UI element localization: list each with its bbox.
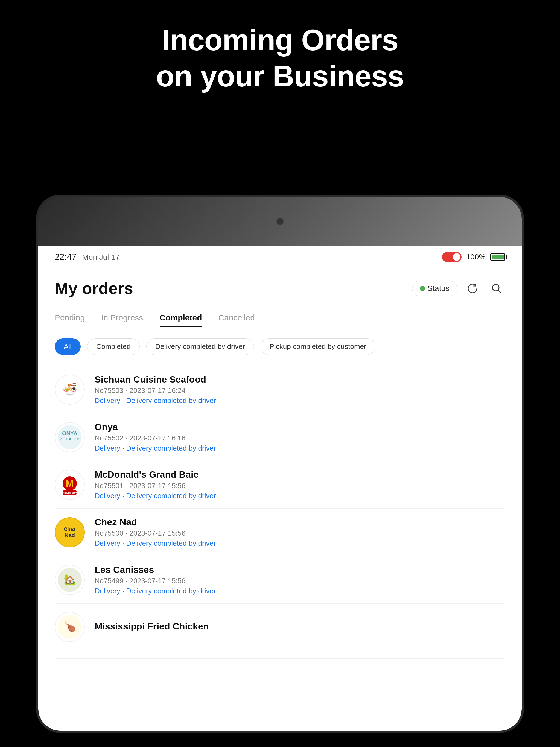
order-info-mcdonalds: McDonald's Grand Baie No75501 · 2023-07-…	[95, 469, 505, 500]
svg-text:M: M	[66, 478, 74, 489]
order-name: McDonald's Grand Baie	[95, 469, 505, 480]
order-name: Chez Nad	[95, 517, 505, 527]
order-info-lescanisses: Les Canisses No75499 · 2023-07-17 15:56 …	[95, 564, 505, 595]
order-name: Onya	[95, 422, 505, 432]
status-online-dot	[420, 286, 425, 291]
search-button[interactable]	[488, 280, 505, 297]
filter-all[interactable]: All	[55, 338, 81, 355]
order-meta: No75500 · 2023-07-17 15:56	[95, 529, 505, 538]
hero-title: Incoming Orders on your Business	[0, 22, 560, 94]
battery-fill	[492, 255, 504, 259]
order-name: Les Canisses	[95, 564, 505, 575]
order-meta: No75502 · 2023-07-17 16:16	[95, 434, 505, 442]
svg-text:McDelivery: McDelivery	[62, 491, 78, 494]
tab-cancelled[interactable]: Cancelled	[219, 309, 255, 327]
order-item[interactable]: 🏡 Les Canisses No75499 · 2023-07-17 15:5…	[55, 556, 505, 604]
order-name: Mississippi Fried Chicken	[95, 621, 505, 632]
order-meta: No75503 · 2023-07-17 16:24	[95, 386, 505, 395]
clock: 22:47	[55, 252, 77, 262]
header-row: My orders Status	[55, 279, 505, 298]
app-content: My orders Status	[38, 268, 522, 670]
order-logo-sichuan: 🍜	[55, 375, 85, 405]
battery-percentage: 100%	[466, 253, 486, 261]
tablet-frame: 22:47 Mon Jul 17 100% My orders Status	[38, 197, 522, 730]
svg-text:🏡: 🏡	[64, 573, 76, 585]
svg-text:ONYA: ONYA	[62, 430, 77, 436]
header-actions: Status	[412, 280, 505, 297]
tabs-row: Pending In Progress Completed Cancelled	[55, 309, 505, 327]
filter-delivery-completed[interactable]: Delivery completed by driver	[146, 338, 254, 355]
tab-completed[interactable]: Completed	[160, 309, 202, 327]
filter-pickup-completed[interactable]: Pickup completed by customer	[261, 338, 376, 355]
status-bar: 22:47 Mon Jul 17 100%	[38, 246, 522, 268]
order-name: Sichuan Cuisine Seafood	[95, 374, 505, 385]
order-logo-lescanisses: 🏡	[55, 565, 85, 595]
order-status: Delivery · Delivery completed by driver	[95, 492, 505, 500]
svg-text:SEAFOOD & BAR: SEAFOOD & BAR	[57, 437, 82, 441]
status-label: Status	[428, 284, 449, 293]
order-status: Delivery · Delivery completed by driver	[95, 539, 505, 548]
order-status: Delivery · Delivery completed by driver	[95, 396, 505, 405]
order-logo-mcdonalds: M McDelivery	[55, 470, 85, 500]
order-logo-onya: ONYA SEAFOOD & BAR	[55, 422, 85, 452]
order-logo-cheznad: Chez Nad	[55, 517, 85, 547]
order-info-mississippi: Mississippi Fried Chicken	[95, 621, 505, 633]
svg-text:🍜: 🍜	[62, 382, 77, 396]
status-right: 100%	[442, 252, 505, 262]
order-status: Delivery · Delivery completed by driver	[95, 444, 505, 453]
order-logo-mississippi: 🍗	[55, 612, 85, 642]
order-item[interactable]: Chez Nad Chez Nad No75500 · 2023-07-17 1…	[55, 509, 505, 556]
filter-row: All Completed Delivery completed by driv…	[55, 338, 505, 355]
order-info-sichuan: Sichuan Cuisine Seafood No75503 · 2023-0…	[95, 374, 505, 405]
tablet-screen: 22:47 Mon Jul 17 100% My orders Status	[38, 246, 522, 730]
filter-completed[interactable]: Completed	[87, 338, 140, 355]
order-item[interactable]: M McDelivery McDonald's Grand Baie No755…	[55, 461, 505, 509]
tab-pending[interactable]: Pending	[55, 309, 85, 327]
order-item[interactable]: 🍜 Sichuan Cuisine Seafood No75503 · 2023…	[55, 366, 505, 413]
status-time: 22:47 Mon Jul 17	[55, 252, 120, 262]
tab-in-progress[interactable]: In Progress	[101, 309, 143, 327]
order-item[interactable]: 🍗 Mississippi Fried Chicken	[55, 604, 505, 659]
order-info-onya: Onya No75502 · 2023-07-17 16:16 Delivery…	[95, 422, 505, 453]
order-item[interactable]: ONYA SEAFOOD & BAR Onya No75502 · 2023-0…	[55, 413, 505, 461]
order-info-cheznad: Chez Nad No75500 · 2023-07-17 15:56 Deli…	[95, 517, 505, 548]
svg-text:Chez: Chez	[64, 526, 75, 532]
date: Mon Jul 17	[82, 253, 120, 261]
order-list: 🍜 Sichuan Cuisine Seafood No75503 · 2023…	[55, 366, 505, 659]
do-not-disturb-toggle[interactable]	[442, 252, 462, 262]
camera-dot	[276, 217, 284, 225]
order-meta: No75499 · 2023-07-17 15:56	[95, 577, 505, 585]
svg-text:🍗: 🍗	[64, 620, 76, 632]
page-title: My orders	[55, 279, 133, 298]
svg-text:Nad: Nad	[65, 532, 75, 538]
battery-icon	[490, 253, 505, 261]
tablet-top-bar	[38, 197, 522, 246]
order-status: Delivery · Delivery completed by driver	[95, 587, 505, 595]
refresh-button[interactable]	[464, 280, 481, 297]
status-pill[interactable]: Status	[412, 281, 457, 297]
order-meta: No75501 · 2023-07-17 15:56	[95, 482, 505, 490]
